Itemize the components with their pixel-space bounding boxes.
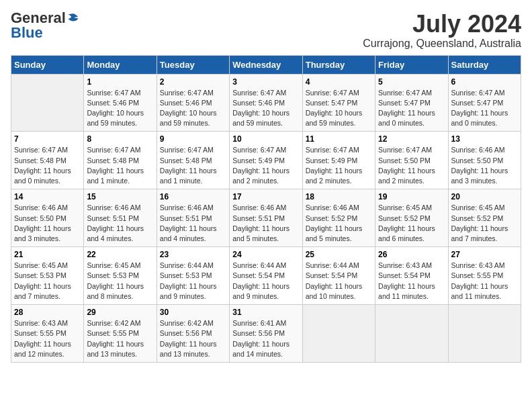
calendar-cell: 20Sunrise: 6:45 AMSunset: 5:52 PMDayligh…: [448, 189, 521, 247]
calendar-cell: 21Sunrise: 6:45 AMSunset: 5:53 PMDayligh…: [11, 247, 84, 305]
day-info: Sunrise: 6:47 AMSunset: 5:48 PMDaylight:…: [87, 145, 153, 186]
day-number: 12: [378, 134, 445, 144]
logo-general-text: General: [11, 11, 66, 26]
week-row-1: 1Sunrise: 6:47 AMSunset: 5:46 PMDaylight…: [11, 74, 521, 132]
logo-bird-icon: [67, 12, 79, 24]
calendar-cell: 26Sunrise: 6:43 AMSunset: 5:54 PMDayligh…: [375, 247, 448, 305]
title-area: July 2024 Currajong, Queensland, Austral…: [363, 11, 521, 50]
day-info: Sunrise: 6:47 AMSunset: 5:48 PMDaylight:…: [160, 145, 226, 186]
day-info: Sunrise: 6:42 AMSunset: 5:55 PMDaylight:…: [87, 318, 153, 359]
day-number: 27: [451, 250, 518, 259]
day-info: Sunrise: 6:47 AMSunset: 5:49 PMDaylight:…: [232, 145, 299, 186]
calendar-cell: 17Sunrise: 6:46 AMSunset: 5:51 PMDayligh…: [230, 189, 302, 247]
calendar-cell: 6Sunrise: 6:47 AMSunset: 5:47 PMDaylight…: [448, 74, 521, 132]
day-number: 14: [14, 192, 81, 201]
day-header-tuesday: Tuesday: [157, 55, 229, 74]
day-number: 24: [232, 250, 299, 259]
calendar-cell: 28Sunrise: 6:43 AMSunset: 5:55 PMDayligh…: [11, 305, 84, 363]
day-number: 28: [14, 308, 81, 317]
header: General Blue July 2024 Currajong, Queens…: [11, 11, 521, 50]
day-info: Sunrise: 6:43 AMSunset: 5:55 PMDaylight:…: [451, 261, 518, 302]
day-number: 30: [160, 308, 226, 317]
calendar-cell: 14Sunrise: 6:46 AMSunset: 5:50 PMDayligh…: [11, 189, 84, 247]
day-info: Sunrise: 6:46 AMSunset: 5:51 PMDaylight:…: [160, 203, 226, 244]
calendar-table: SundayMondayTuesdayWednesdayThursdayFrid…: [11, 55, 521, 363]
calendar-cell: [302, 305, 375, 363]
sub-title: Currajong, Queensland, Australia: [363, 38, 521, 50]
day-number: 20: [451, 192, 518, 201]
calendar-cell: 18Sunrise: 6:46 AMSunset: 5:52 PMDayligh…: [302, 189, 375, 247]
day-info: Sunrise: 6:47 AMSunset: 5:50 PMDaylight:…: [378, 145, 445, 186]
day-info: Sunrise: 6:45 AMSunset: 5:52 PMDaylight:…: [451, 203, 518, 244]
day-number: 6: [451, 77, 518, 87]
calendar-cell: [11, 74, 84, 132]
calendar-cell: [375, 305, 448, 363]
day-number: 4: [306, 77, 372, 87]
calendar-cell: 12Sunrise: 6:47 AMSunset: 5:50 PMDayligh…: [375, 132, 448, 189]
calendar-cell: 24Sunrise: 6:44 AMSunset: 5:54 PMDayligh…: [230, 247, 302, 305]
day-number: 5: [378, 77, 445, 87]
day-number: 8: [87, 134, 153, 144]
day-header-saturday: Saturday: [448, 55, 521, 74]
calendar-cell: 27Sunrise: 6:43 AMSunset: 5:55 PMDayligh…: [448, 247, 521, 305]
day-number: 3: [232, 77, 299, 87]
day-info: Sunrise: 6:45 AMSunset: 5:53 PMDaylight:…: [14, 261, 81, 302]
calendar-cell: 3Sunrise: 6:47 AMSunset: 5:46 PMDaylight…: [230, 74, 302, 132]
calendar-cell: 22Sunrise: 6:45 AMSunset: 5:53 PMDayligh…: [84, 247, 157, 305]
day-info: Sunrise: 6:44 AMSunset: 5:53 PMDaylight:…: [160, 261, 226, 302]
week-row-5: 28Sunrise: 6:43 AMSunset: 5:55 PMDayligh…: [11, 305, 521, 363]
calendar-cell: 2Sunrise: 6:47 AMSunset: 5:46 PMDaylight…: [157, 74, 229, 132]
day-info: Sunrise: 6:41 AMSunset: 5:56 PMDaylight:…: [232, 318, 299, 359]
day-number: 17: [232, 192, 299, 201]
calendar-cell: 16Sunrise: 6:46 AMSunset: 5:51 PMDayligh…: [157, 189, 229, 247]
day-info: Sunrise: 6:42 AMSunset: 5:56 PMDaylight:…: [160, 318, 226, 359]
day-info: Sunrise: 6:47 AMSunset: 5:48 PMDaylight:…: [14, 145, 81, 186]
day-number: 13: [451, 134, 518, 144]
calendar-cell: 19Sunrise: 6:45 AMSunset: 5:52 PMDayligh…: [375, 189, 448, 247]
day-number: 25: [306, 250, 372, 259]
day-number: 22: [87, 250, 153, 259]
calendar-cell: 13Sunrise: 6:46 AMSunset: 5:50 PMDayligh…: [448, 132, 521, 189]
calendar-cell: 11Sunrise: 6:47 AMSunset: 5:49 PMDayligh…: [302, 132, 375, 189]
calendar-cell: 23Sunrise: 6:44 AMSunset: 5:53 PMDayligh…: [157, 247, 229, 305]
calendar-cell: 4Sunrise: 6:47 AMSunset: 5:47 PMDaylight…: [302, 74, 375, 132]
day-header-monday: Monday: [84, 55, 157, 74]
day-number: 15: [87, 192, 153, 201]
day-info: Sunrise: 6:46 AMSunset: 5:51 PMDaylight:…: [232, 203, 299, 244]
day-info: Sunrise: 6:47 AMSunset: 5:47 PMDaylight:…: [378, 88, 445, 129]
day-number: 18: [306, 192, 372, 201]
calendar-cell: 31Sunrise: 6:41 AMSunset: 5:56 PMDayligh…: [230, 305, 302, 363]
calendar-cell: 7Sunrise: 6:47 AMSunset: 5:48 PMDaylight…: [11, 132, 84, 189]
day-header-wednesday: Wednesday: [230, 55, 302, 74]
day-info: Sunrise: 6:47 AMSunset: 5:46 PMDaylight:…: [87, 88, 153, 129]
day-info: Sunrise: 6:45 AMSunset: 5:53 PMDaylight:…: [87, 261, 153, 302]
calendar-cell: 25Sunrise: 6:44 AMSunset: 5:54 PMDayligh…: [302, 247, 375, 305]
day-number: 26: [378, 250, 445, 259]
logo-blue-text: Blue: [11, 26, 43, 40]
calendar-cell: 9Sunrise: 6:47 AMSunset: 5:48 PMDaylight…: [157, 132, 229, 189]
week-row-3: 14Sunrise: 6:46 AMSunset: 5:50 PMDayligh…: [11, 189, 521, 247]
day-number: 31: [232, 308, 299, 317]
day-info: Sunrise: 6:44 AMSunset: 5:54 PMDaylight:…: [306, 261, 372, 302]
day-number: 11: [306, 134, 372, 144]
day-header-friday: Friday: [375, 55, 448, 74]
main-title: July 2024: [363, 11, 521, 38]
day-number: 29: [87, 308, 153, 317]
day-info: Sunrise: 6:47 AMSunset: 5:49 PMDaylight:…: [306, 145, 372, 186]
day-number: 21: [14, 250, 81, 259]
day-number: 1: [87, 77, 153, 87]
days-header-row: SundayMondayTuesdayWednesdayThursdayFrid…: [11, 55, 521, 74]
day-info: Sunrise: 6:46 AMSunset: 5:52 PMDaylight:…: [306, 203, 372, 244]
day-number: 9: [160, 134, 226, 144]
calendar-cell: 1Sunrise: 6:47 AMSunset: 5:46 PMDaylight…: [84, 74, 157, 132]
day-info: Sunrise: 6:47 AMSunset: 5:46 PMDaylight:…: [232, 88, 299, 129]
day-info: Sunrise: 6:46 AMSunset: 5:50 PMDaylight:…: [14, 203, 81, 244]
day-info: Sunrise: 6:46 AMSunset: 5:51 PMDaylight:…: [87, 203, 153, 244]
day-info: Sunrise: 6:45 AMSunset: 5:52 PMDaylight:…: [378, 203, 445, 244]
day-number: 23: [160, 250, 226, 259]
day-number: 2: [160, 77, 226, 87]
day-header-sunday: Sunday: [11, 55, 84, 74]
logo: General Blue: [11, 11, 79, 40]
day-number: 19: [378, 192, 445, 201]
calendar-cell: 8Sunrise: 6:47 AMSunset: 5:48 PMDaylight…: [84, 132, 157, 189]
